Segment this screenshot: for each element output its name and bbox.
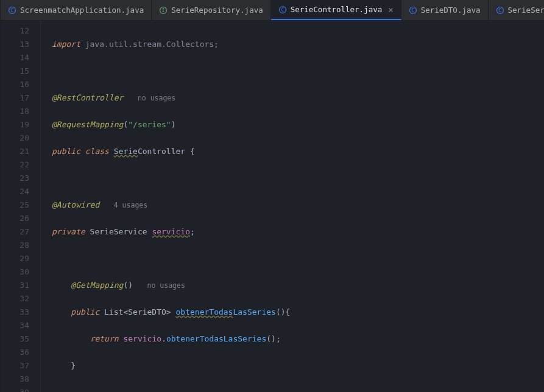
code-line: private SerieService servicio; xyxy=(52,225,544,239)
interface-icon: I xyxy=(159,6,168,15)
tab-label: SerieRepository.java xyxy=(171,5,263,15)
code-line: @Autowired 4 usages xyxy=(52,198,544,212)
code-line: public List<SerieDTO> obtenerTodasLasSer… xyxy=(52,306,544,319)
code-line: import java.util.stream.Collectors; xyxy=(52,38,544,51)
code-area[interactable]: import java.util.stream.Collectors; @Res… xyxy=(41,21,544,392)
code-editor[interactable]: 1213141516171819202122232425262728293031… xyxy=(1,21,544,392)
code-line xyxy=(52,386,544,392)
tab-serie-controller[interactable]: C SerieController.java × xyxy=(271,0,401,20)
line-gutter: 1213141516171819202122232425262728293031… xyxy=(1,21,41,392)
svg-text:C: C xyxy=(411,8,414,13)
tab-label: SerieController.java xyxy=(291,5,383,14)
close-icon[interactable]: × xyxy=(388,5,393,15)
code-line: @GetMapping() no usages xyxy=(52,279,544,292)
code-line: } xyxy=(52,359,544,373)
svg-text:I: I xyxy=(162,8,165,13)
code-line xyxy=(52,65,544,78)
tab-screenmatch-application[interactable]: C ScreenmatchApplication.java xyxy=(1,0,152,20)
code-line xyxy=(52,252,544,265)
tab-label: ScreenmatchApplication.java xyxy=(20,5,144,15)
tab-serie-repository[interactable]: I SerieRepository.java xyxy=(152,0,271,20)
code-line: @RequestMapping("/series") xyxy=(52,118,544,131)
class-icon: C xyxy=(496,6,504,15)
tab-label: SerieService xyxy=(508,5,544,15)
class-icon: C xyxy=(8,6,16,15)
class-icon: C xyxy=(409,6,417,15)
tab-serie-dto[interactable]: C SerieDTO.java xyxy=(401,0,489,20)
code-line: @RestController no usages xyxy=(52,91,544,105)
svg-text:C: C xyxy=(281,7,284,13)
svg-text:C: C xyxy=(11,8,14,13)
class-icon: C xyxy=(278,5,287,14)
svg-text:C: C xyxy=(498,8,501,13)
code-line: return servicio.obtenerTodasLasSeries(); xyxy=(52,332,544,346)
tab-label: SerieDTO.java xyxy=(421,5,481,15)
tab-serie-service[interactable]: C SerieService xyxy=(489,0,544,20)
code-line: public class SerieController { xyxy=(52,145,544,158)
editor-tabs: C ScreenmatchApplication.java I SerieRep… xyxy=(1,0,544,21)
code-line xyxy=(52,172,544,185)
